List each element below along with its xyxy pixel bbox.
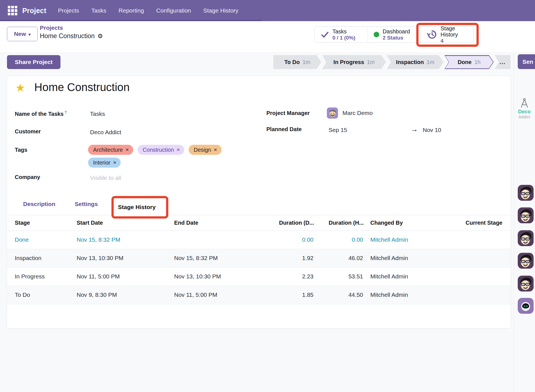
green-dot-icon xyxy=(374,32,379,37)
cell-changed-by[interactable]: Mitchell Admin xyxy=(364,231,440,249)
close-icon[interactable]: × xyxy=(177,147,180,153)
logo-text-deco: Deco xyxy=(515,109,534,115)
new-button[interactable]: New ▾ xyxy=(7,27,38,41)
nav-item-configuration[interactable]: Configuration xyxy=(156,7,191,14)
project-manager-value[interactable]: Marc Demo xyxy=(327,107,373,119)
tab-stage-history-active[interactable]: Stage History xyxy=(115,199,158,215)
share-project-button[interactable]: Share Project xyxy=(7,55,60,69)
cell-end[interactable]: Nov 11, 5:00 PM xyxy=(174,286,272,304)
cell-stage[interactable]: In Progress xyxy=(7,267,77,286)
col-header-stage[interactable]: Stage xyxy=(7,215,77,231)
nav-item-tasks[interactable]: Tasks xyxy=(91,7,106,14)
cell-changed-by[interactable]: Mitchell Admin xyxy=(364,249,440,267)
follower-avatar[interactable] xyxy=(518,276,534,291)
tag-architecture[interactable]: Architecture × xyxy=(88,145,133,155)
cell-start[interactable]: Nov 15, 8:32 PM xyxy=(77,231,174,249)
planned-date-start[interactable]: Sep 15 xyxy=(329,127,347,133)
follower-avatar[interactable] xyxy=(518,185,534,201)
check-icon xyxy=(321,30,329,39)
stage-done-active[interactable]: Done 1h xyxy=(444,55,494,69)
tag-label: Interior xyxy=(93,160,110,166)
smart-button-label: Tasks xyxy=(332,28,355,35)
cell-end[interactable]: Nov 15, 8:32 PM xyxy=(174,249,272,267)
cell-stage[interactable]: Done xyxy=(7,231,77,249)
col-header-duration-days[interactable]: Duration (D... xyxy=(272,215,314,231)
smart-button-dashboard[interactable]: Dashboard 2 Status xyxy=(367,27,420,42)
smart-buttons: Tasks 0 / 1 (0%) Dashboard 2 Status xyxy=(314,26,474,43)
close-icon[interactable]: × xyxy=(214,147,217,153)
tag-interior[interactable]: Interior × xyxy=(88,158,121,168)
cell-duration-days[interactable]: 1.85 xyxy=(272,286,314,304)
follower-avatar[interactable] xyxy=(518,207,534,223)
stage-in-progress[interactable]: In Progress 1m xyxy=(322,55,386,69)
cell-duration-hours[interactable]: 44.50 xyxy=(314,286,364,304)
field-value-company[interactable]: Visible to all xyxy=(90,175,121,181)
cell-changed-by[interactable]: Mitchell Admin xyxy=(364,286,440,304)
stage-todo[interactable]: To Do 1m xyxy=(273,55,321,69)
tag-label: Design xyxy=(194,147,211,153)
follower-avatar[interactable] xyxy=(518,230,534,246)
nav-item-reporting[interactable]: Reporting xyxy=(119,7,144,14)
field-value-name-of-tasks[interactable]: Tasks xyxy=(90,111,105,117)
tag-construction[interactable]: Construction × xyxy=(138,145,184,155)
smart-button-value: 2 Status xyxy=(383,35,410,41)
cell-current-stage[interactable] xyxy=(440,267,511,286)
stage-overflow[interactable]: ... xyxy=(495,55,510,69)
cell-duration-hours[interactable]: 46.02 xyxy=(314,249,364,267)
col-header-changed-by[interactable]: Changed By xyxy=(364,215,440,231)
cell-stage[interactable]: To Do xyxy=(7,286,77,304)
tag-label: Construction xyxy=(143,147,174,153)
cell-start[interactable]: Nov 9, 8:30 PM xyxy=(77,286,174,304)
cell-duration-hours[interactable]: 53.51 xyxy=(314,267,364,286)
apps-grid-icon[interactable] xyxy=(8,6,17,15)
cell-start[interactable]: Nov 11, 5:00 PM xyxy=(77,267,174,286)
favorite-star-icon[interactable]: ★ xyxy=(15,82,25,93)
table-row[interactable]: Done Nov 15, 8:32 PM 0.00 0.00 Mitchell … xyxy=(7,231,511,249)
cell-end[interactable]: Nov 13, 10:30 PM xyxy=(174,267,272,286)
breadcrumb-parent[interactable]: Projects xyxy=(40,24,63,31)
cell-changed-by[interactable]: Mitchell Admin xyxy=(364,267,440,286)
col-header-duration-hours[interactable]: Duration (H... xyxy=(314,215,364,231)
col-header-end-date[interactable]: End Date xyxy=(174,215,272,231)
smart-button-stage-history[interactable]: Stage History 4 xyxy=(420,27,473,42)
col-header-start-date[interactable]: Start Date xyxy=(77,215,174,231)
close-icon[interactable]: × xyxy=(126,147,129,153)
tag-design[interactable]: Design × xyxy=(189,145,221,155)
cell-end[interactable] xyxy=(174,231,272,249)
history-clock-icon xyxy=(427,29,437,40)
help-icon[interactable]: ? xyxy=(64,110,67,114)
tag-label: Architecture xyxy=(93,147,123,153)
project-manager-name: Marc Demo xyxy=(342,110,373,116)
app-brand[interactable]: Project xyxy=(22,0,46,21)
col-header-current-stage[interactable]: Current Stage xyxy=(440,215,511,231)
cell-duration-days[interactable]: 0.00 xyxy=(272,231,314,249)
field-value-customer[interactable]: Deco Addict xyxy=(90,129,121,136)
cell-start[interactable]: Nov 13, 10:30 PM xyxy=(77,249,174,267)
robot-avatar[interactable] xyxy=(518,298,534,314)
table-row[interactable]: In Progress Nov 11, 5:00 PM Nov 13, 10:3… xyxy=(7,267,511,286)
cell-stage[interactable]: Inspaction xyxy=(7,249,77,267)
cell-duration-days[interactable]: 2.23 xyxy=(272,267,314,286)
cell-duration-hours[interactable]: 0.00 xyxy=(314,231,364,249)
send-message-button[interactable]: Sen xyxy=(518,54,535,69)
cell-current-stage[interactable] xyxy=(440,286,511,304)
table-row[interactable]: Inspaction Nov 13, 10:30 PM Nov 15, 8:32… xyxy=(7,249,511,267)
tab-description[interactable]: Description xyxy=(23,196,55,212)
close-icon[interactable]: × xyxy=(113,160,116,166)
nav-item-projects[interactable]: Projects xyxy=(58,7,79,14)
project-title[interactable]: Home Construction xyxy=(34,81,130,94)
cell-duration-days[interactable]: 1.92 xyxy=(272,249,314,267)
nav-item-stage-history[interactable]: Stage History xyxy=(203,7,239,14)
stage-duration: 1m xyxy=(367,59,375,65)
field-label-company: Company xyxy=(15,174,40,180)
gear-icon[interactable]: ⚙ xyxy=(98,33,103,40)
tags-row-2: Interior × xyxy=(88,158,121,168)
cell-current-stage[interactable] xyxy=(440,249,511,267)
table-row[interactable]: To Do Nov 9, 8:30 PM Nov 11, 5:00 PM 1.8… xyxy=(7,286,511,304)
stage-inspaction[interactable]: Inspaction 1m xyxy=(387,55,444,69)
cell-current-stage[interactable] xyxy=(440,231,511,249)
smart-button-tasks[interactable]: Tasks 0 / 1 (0%) xyxy=(315,27,367,42)
follower-avatar[interactable] xyxy=(518,253,534,269)
planned-date-end[interactable]: Nov 10 xyxy=(423,127,441,133)
tab-settings[interactable]: Settings xyxy=(75,196,98,212)
